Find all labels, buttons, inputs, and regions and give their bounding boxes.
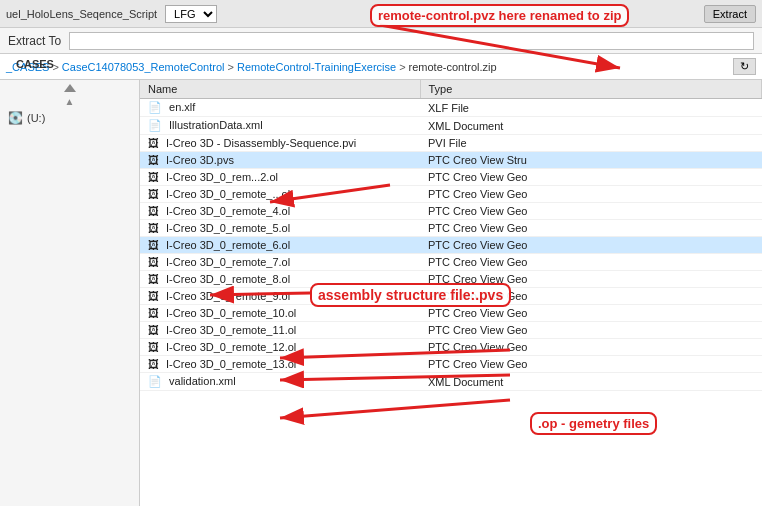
file-name-cell: 🖼 I-Creo 3D_0_remote_13.ol xyxy=(140,356,420,373)
file-icon: 🖼 xyxy=(148,273,159,285)
file-type-cell: PTC Creo View Geo xyxy=(420,339,762,356)
col-header-type[interactable]: Type xyxy=(420,80,762,99)
file-type-cell: XML Document xyxy=(420,117,762,135)
file-name-text: I-Creo 3D_0_rem...2.ol xyxy=(166,171,278,183)
file-name-cell: 🖼 I-Creo 3D_0_remote_9.ol xyxy=(140,288,420,305)
path-segment: uel_HoloLens_Seqence_Script xyxy=(6,8,157,20)
breadcrumb-part-3[interactable]: remote-control.zip xyxy=(409,61,497,73)
scroll-up-indicator[interactable]: ▲ xyxy=(0,94,139,109)
file-name-text: I-Creo 3D_0_remote_7.ol xyxy=(166,256,290,268)
file-name-cell: 🖼 I-Creo 3D.pvs xyxy=(140,152,420,169)
file-name-cell: 🖼 I-Creo 3D_0_remote_12.ol xyxy=(140,339,420,356)
file-icon: 🖼 xyxy=(148,154,159,166)
file-name-text: validation.xml xyxy=(169,375,236,387)
file-name-text: I-Creo 3D_0_remote_13.ol xyxy=(166,358,296,370)
breadcrumb-bar: _CASES > CaseC14078053_RemoteControl > R… xyxy=(0,54,762,80)
file-type-cell: PTC Creo View Geo xyxy=(420,203,762,220)
file-name-text: I-Creo 3D_0_remote_8.ol xyxy=(166,273,290,285)
file-name-text: I-Creo 3D.pvs xyxy=(166,154,234,166)
file-name-cell: 🖼 I-Creo 3D_0_remote_11.ol xyxy=(140,322,420,339)
extract-button[interactable]: Extract xyxy=(704,5,756,23)
file-table: Name Type 📄 en.xlf XLF File 📄 Illustrati… xyxy=(140,80,762,391)
file-type-cell: PTC Creo View Geo xyxy=(420,305,762,322)
file-icon: 🖼 xyxy=(148,290,159,302)
breadcrumb-part-0[interactable]: _CASES xyxy=(6,61,49,73)
file-type-cell: PTC Creo View Geo xyxy=(420,271,762,288)
file-icon: 🖼 xyxy=(148,222,159,234)
file-name-cell: 📄 en.xlf xyxy=(140,99,420,117)
table-row[interactable]: 🖼 I-Creo 3D_0_remote_7.ol PTC Creo View … xyxy=(140,254,762,271)
table-row[interactable]: 🖼 I-Creo 3D - Disassembly-Sequence.pvi P… xyxy=(140,135,762,152)
file-icon: 🖼 xyxy=(148,307,159,319)
table-row[interactable]: 🖼 I-Creo 3D_0_remote_5.ol PTC Creo View … xyxy=(140,220,762,237)
file-type-cell: PVI File xyxy=(420,135,762,152)
file-name-cell: 🖼 I-Creo 3D_0_remote_10.ol xyxy=(140,305,420,322)
file-icon: 🖼 xyxy=(148,171,159,183)
file-name-cell: 🖼 I-Creo 3D_0_remote_4.ol xyxy=(140,203,420,220)
file-type-cell: PTC Creo View Geo xyxy=(420,288,762,305)
file-type-cell: PTC Creo View Geo xyxy=(420,322,762,339)
file-icon: 🖼 xyxy=(148,205,159,217)
extract-to-bar: Extract To xyxy=(0,28,762,54)
table-row[interactable]: 🖼 I-Creo 3D_0_remote_8.ol PTC Creo View … xyxy=(140,271,762,288)
breadcrumb-part-1[interactable]: CaseC14078053_RemoteControl xyxy=(62,61,225,73)
file-name-cell: 🖼 I-Creo 3D_0_remote_7.ol xyxy=(140,254,420,271)
file-name-text: I-Creo 3D - Disassembly-Sequence.pvi xyxy=(166,137,356,149)
path-display: uel_HoloLens_Seqence_Script LFG xyxy=(6,5,704,23)
file-name-text: I-Creo 3D_0_remote_9.ol xyxy=(166,290,290,302)
file-name-cell: 🖼 I-Creo 3D_0_remote_8.ol xyxy=(140,271,420,288)
file-name-text: en.xlf xyxy=(169,101,195,113)
table-row[interactable]: 🖼 I-Creo 3D.pvs PTC Creo View Stru xyxy=(140,152,762,169)
sep-2: > xyxy=(399,61,405,73)
refresh-button[interactable]: ↻ xyxy=(733,58,756,75)
file-type-cell: PTC Creo View Geo xyxy=(420,237,762,254)
file-icon: 🖼 xyxy=(148,256,159,268)
file-icon: 🖼 xyxy=(148,341,159,353)
sep-1: > xyxy=(228,61,234,73)
file-name-text: I-Creo 3D_0_remote_10.ol xyxy=(166,307,296,319)
breadcrumb-part-2[interactable]: RemoteControl-TrainingExercise xyxy=(237,61,396,73)
table-row[interactable]: 📄 validation.xml XML Document xyxy=(140,373,762,391)
table-row[interactable]: 🖼 I-Creo 3D_0_remote_12.ol PTC Creo View… xyxy=(140,339,762,356)
file-icon: 🖼 xyxy=(148,137,159,149)
file-type-cell: PTC Creo View Geo xyxy=(420,254,762,271)
file-name-cell: 🖼 I-Creo 3D_0_rem...2.ol xyxy=(140,169,420,186)
file-name-cell: 🖼 I-Creo 3D_0_remote_6.ol xyxy=(140,237,420,254)
file-type-cell: PTC Creo View Geo xyxy=(420,169,762,186)
file-name-text: I-Creo 3D_0_remote_5.ol xyxy=(166,222,290,234)
file-type-cell: XML Document xyxy=(420,373,762,391)
file-type-cell: XLF File xyxy=(420,99,762,117)
table-row[interactable]: 🖼 I-Creo 3D_0_remote_13.ol PTC Creo View… xyxy=(140,356,762,373)
table-row[interactable]: 📄 en.xlf XLF File xyxy=(140,99,762,117)
right-panel: Name Type 📄 en.xlf XLF File 📄 Illustrati… xyxy=(140,80,762,506)
table-row[interactable]: 🖼 I-Creo 3D_0_remote_...ol PTC Creo View… xyxy=(140,186,762,203)
table-row[interactable]: 🖼 I-Creo 3D_0_rem...2.ol PTC Creo View G… xyxy=(140,169,762,186)
file-name-text: I-Creo 3D_0_remote_11.ol xyxy=(166,324,296,336)
file-type-cell: PTC Creo View Geo xyxy=(420,186,762,203)
drive-label: (U:) xyxy=(27,112,45,124)
table-row[interactable]: 🖼 I-Creo 3D_0_remote_6.ol PTC Creo View … xyxy=(140,237,762,254)
file-name-text: I-Creo 3D_0_remote_...ol xyxy=(166,188,290,200)
table-row[interactable]: 🖼 I-Creo 3D_0_remote_11.ol PTC Creo View… xyxy=(140,322,762,339)
main-layout: ▲ 💽 (U:) Name Type 📄 en.xlf XLF File 📄 xyxy=(0,80,762,506)
file-icon: 📄 xyxy=(148,101,162,113)
file-icon: 🖼 xyxy=(148,358,159,370)
sep-0: > xyxy=(52,61,58,73)
left-panel: ▲ 💽 (U:) xyxy=(0,80,140,506)
table-row[interactable]: 🖼 I-Creo 3D_0_remote_10.ol PTC Creo View… xyxy=(140,305,762,322)
file-type-cell: PTC Creo View Geo xyxy=(420,220,762,237)
file-name-cell: 📄 IllustrationData.xml xyxy=(140,117,420,135)
extract-to-input[interactable] xyxy=(69,32,754,50)
dropdown-lfg[interactable]: LFG xyxy=(165,5,217,23)
file-name-text: I-Creo 3D_0_remote_4.ol xyxy=(166,205,290,217)
file-name-cell: 📄 validation.xml xyxy=(140,373,420,391)
file-name-text: I-Creo 3D_0_remote_12.ol xyxy=(166,341,296,353)
file-icon: 🖼 xyxy=(148,324,159,336)
tree-item-u-drive[interactable]: 💽 (U:) xyxy=(0,109,139,127)
table-row[interactable]: 🖼 I-Creo 3D_0_remote_4.ol PTC Creo View … xyxy=(140,203,762,220)
table-row[interactable]: 🖼 I-Creo 3D_0_remote_9.ol PTC Creo View … xyxy=(140,288,762,305)
file-type-cell: PTC Creo View Geo xyxy=(420,356,762,373)
extract-to-label: Extract To xyxy=(8,34,61,48)
col-header-name[interactable]: Name xyxy=(140,80,420,99)
table-row[interactable]: 📄 IllustrationData.xml XML Document xyxy=(140,117,762,135)
